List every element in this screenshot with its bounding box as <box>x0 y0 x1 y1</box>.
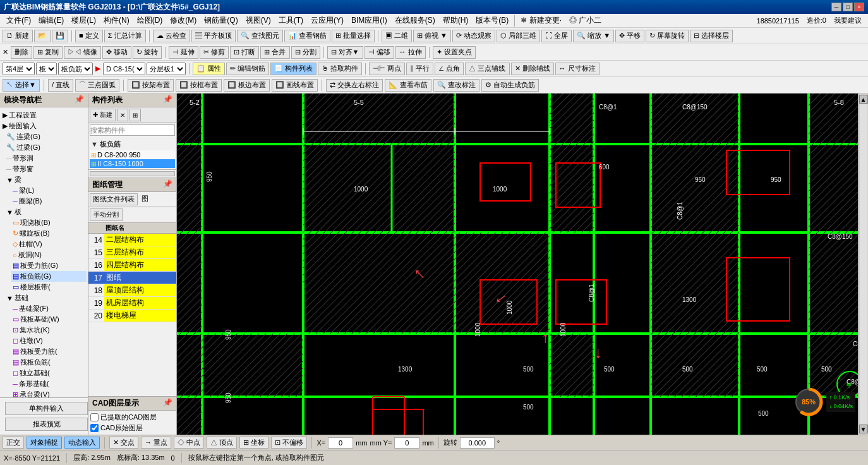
property-button[interactable]: 📋 属性 <box>193 63 225 75</box>
edit-rebar-button[interactable]: ✏ 编辑钢筋 <box>226 63 269 75</box>
nav-cap-beam[interactable]: ⊞ 承台梁(V) <box>11 389 87 397</box>
copy-comp-button[interactable]: ⊞ <box>130 109 141 121</box>
scroll-up-button[interactable]: ▲ <box>859 95 868 104</box>
swap-mark-button[interactable]: ⇄ 交换左右标注 <box>326 79 383 92</box>
align-button[interactable]: ⊟ 对齐▼ <box>327 46 363 59</box>
manual-split-button[interactable]: 手动分割 <box>90 208 123 221</box>
top-view-button[interactable]: ⊞ 俯视 ▼ <box>413 30 451 42</box>
nav-col-cap[interactable]: ◇ 柱帽(V) <box>11 239 87 250</box>
menu-draw[interactable]: 绘图(D) <box>133 14 167 27</box>
merge-button[interactable]: ⊞ 合并 <box>260 46 289 59</box>
menu-modify[interactable]: 修改(M) <box>166 14 200 27</box>
menu-online[interactable]: 在线服务(S) <box>391 14 439 27</box>
report-preview-button[interactable]: 报表预览 <box>5 418 88 431</box>
x-input[interactable]: 0 <box>328 437 353 449</box>
nav-beam-l[interactable]: ─ 梁(L) <box>11 185 87 196</box>
pick-comp-button[interactable]: 🖱 拾取构件 <box>318 63 362 75</box>
drawing-tab-pic[interactable]: 图 <box>139 193 151 205</box>
nav-slab-force-rebar[interactable]: ▤ 板受力筋(G) <box>11 260 87 271</box>
single-comp-button[interactable]: 单构件输入 <box>5 402 88 415</box>
cad-canvas[interactable]: → → → → 5-2 5-5 5-8 5-3 5-5 5-6 5-7 5-8 … <box>177 94 858 435</box>
nav-foundation[interactable]: ▼ 基础 <box>5 293 87 303</box>
place-by-arch-button[interactable]: 🔲 按架布置 <box>128 79 174 92</box>
menu-bim[interactable]: BIM应用(I) <box>347 14 391 27</box>
select-tool-button[interactable]: ↖ 选择▼ <box>3 79 40 92</box>
menu-edit[interactable]: 编辑(E) <box>35 14 68 27</box>
cad-layer-1-check[interactable] <box>90 413 99 421</box>
nav-foundation-beam[interactable]: ─ 基础梁(F) <box>11 303 87 314</box>
nav-strip-window[interactable]: ─ 带形窗 <box>5 164 87 174</box>
nav-water-pit[interactable]: ⊡ 集水坑(K) <box>11 325 87 335</box>
drawing-row-14[interactable]: 14 二层结构布 <box>88 234 176 246</box>
menu-new-change[interactable]: ❄ 新建变更· <box>517 14 565 27</box>
three-point-button[interactable]: △ 三点辅线 <box>465 63 509 75</box>
menu-file[interactable]: 文件(F) <box>3 14 35 27</box>
scroll-down-button[interactable]: ▼ <box>859 425 868 433</box>
menu-rebar[interactable]: 钢筋量(Q) <box>200 14 241 27</box>
cad-layer-pin[interactable]: 📌 <box>163 398 172 409</box>
rotate-button[interactable]: ↻ 旋转 <box>133 46 162 59</box>
nav-raft-foundation[interactable]: ▭ 筏板基础(W) <box>11 314 87 325</box>
place-by-box-button[interactable]: 🔲 按框布置 <box>176 79 222 92</box>
new-button[interactable]: 🗋 新建 <box>3 30 33 42</box>
nav-raft-neg[interactable]: ▤ 筏板负筋( <box>11 357 87 368</box>
vertex-button[interactable]: △ 顶点 <box>207 437 237 449</box>
ortho-button[interactable]: 正交 <box>3 437 24 449</box>
comp-list-button[interactable]: 📃 构件列表 <box>270 63 316 75</box>
menu-floor[interactable]: 楼层(L) <box>68 14 100 27</box>
auto-gen-button[interactable]: ⚙ 自动生成负筋 <box>481 79 539 92</box>
zoom-button[interactable]: 🔍 缩放 ▼ <box>573 30 614 42</box>
break-button[interactable]: ⊡ 打断 <box>230 46 259 59</box>
no-offset-button[interactable]: ⊡ 不偏移 <box>271 437 307 449</box>
drawing-row-18[interactable]: 18 屋顶层结构 <box>88 284 176 297</box>
spec-select[interactable]: D C8-15( <box>103 63 145 75</box>
drawing-panel-pin[interactable]: 📌 <box>163 179 172 190</box>
nav-col-ped[interactable]: ◻ 柱墩(V) <box>11 335 87 346</box>
nav-slab-section[interactable]: ▼ 板 <box>5 207 87 217</box>
batch-select-button[interactable]: ⊞ 批量选择 <box>332 30 375 42</box>
local-3d-button[interactable]: ⬡ 局部三维 <box>497 30 540 42</box>
mirror-button[interactable]: ▷◁ 镜像 <box>64 46 101 59</box>
menu-user[interactable]: ◎ 广小二 <box>565 14 605 27</box>
coord-button[interactable]: ⊞ 坐标 <box>239 437 268 449</box>
fullscreen-button[interactable]: ⛶ 全屏 <box>541 30 572 42</box>
trim-button[interactable]: ✂ 修剪 <box>200 46 229 59</box>
nav-slab-hole[interactable]: ○ 板洞(N) <box>11 250 87 260</box>
nav-beam-section[interactable]: ▼ 梁 <box>5 174 87 185</box>
drawing-row-20[interactable]: 20 楼电梯屋 <box>88 310 176 322</box>
flat-top-button[interactable]: ▤ 平齐板顶 <box>191 30 236 42</box>
layer2-select[interactable]: 分层板1 <box>147 63 186 75</box>
menu-help[interactable]: 帮助(H) <box>439 14 473 27</box>
screen-rotate-button[interactable]: ↻ 屏幕旋转 <box>646 30 689 42</box>
new-comp-button[interactable]: ✚ 新建 <box>90 109 116 121</box>
nav-strip-hole[interactable]: ─ 带形洞 <box>5 153 87 164</box>
find-element-button[interactable]: 🔍 查找图元 <box>237 30 283 42</box>
line-button[interactable]: / 直线 <box>48 79 73 92</box>
dim-button[interactable]: ↔ 尺寸标注 <box>555 63 600 75</box>
nav-ind-foundation[interactable]: ◻ 独立基础( <box>11 368 87 378</box>
dynamic-view-button[interactable]: ⟳ 动态观察 <box>452 30 495 42</box>
drawing-row-19[interactable]: 19 机房层结构 <box>88 297 176 310</box>
2d-button[interactable]: ▣ 二维 <box>382 30 412 42</box>
minimize-button[interactable]: ─ <box>831 3 841 11</box>
set-node-button[interactable]: ✦ 设置夹点 <box>433 46 476 59</box>
drawing-row-15[interactable]: 15 三层结构布 <box>88 246 176 259</box>
nav-panel-pin[interactable]: 📌 <box>75 95 84 106</box>
move-button[interactable]: ✥ 移动 <box>102 46 131 59</box>
copy-button[interactable]: ⊞ 复制 <box>33 46 63 59</box>
rebar-type-select[interactable]: 板负筋 <box>58 63 93 75</box>
angle-button[interactable]: ∠ 点角 <box>435 63 464 75</box>
type-select[interactable]: 板 <box>36 63 57 75</box>
nav-ring-beam[interactable]: ─ 圈梁(B) <box>11 196 87 207</box>
cad-layer-2-check[interactable] <box>90 424 99 432</box>
del-aux-button[interactable]: ✕ 删除辅线 <box>511 63 554 75</box>
restore-button[interactable]: □ <box>843 3 853 11</box>
horizontal-scrollbar[interactable] <box>90 171 175 176</box>
view-rebar-button[interactable]: 📊 查看钢筋 <box>284 30 330 42</box>
save-button[interactable]: 💾 <box>52 30 68 42</box>
pan-button[interactable]: ✥ 平移 <box>615 30 644 42</box>
comp-item-1[interactable]: ⊞ D C8-200 950 <box>90 150 175 159</box>
open-button[interactable]: 📂 <box>34 30 51 42</box>
place-by-edge-button[interactable]: 🔲 板边布置 <box>224 79 270 92</box>
comp-search-input[interactable] <box>90 124 175 136</box>
